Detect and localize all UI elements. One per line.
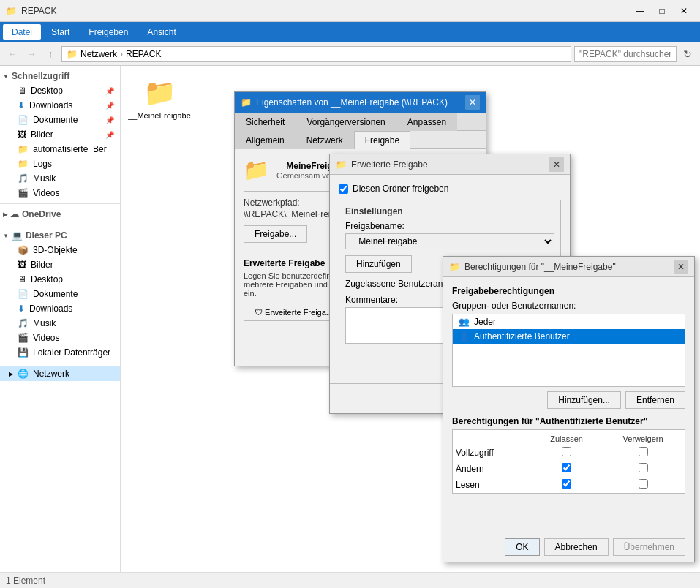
tab-vorgaenger[interactable]: Vorgängerversionen bbox=[296, 113, 396, 131]
share-folder-checkbox[interactable] bbox=[339, 184, 348, 194]
properties-dialog-icon: 📁 bbox=[241, 97, 252, 108]
advanced-share-close-button[interactable]: ✕ bbox=[549, 157, 564, 172]
sidebar-item-bilder-pc[interactable]: 🖼 Bilder bbox=[0, 257, 120, 272]
sidebar-item-dokumente[interactable]: 📄 Dokumente 📌 bbox=[0, 113, 120, 127]
permissions-cancel-button[interactable]: Abbrechen bbox=[544, 538, 609, 556]
ribbon-tab-freigeben[interactable]: Freigeben bbox=[80, 24, 137, 40]
minimize-button[interactable]: — bbox=[630, 4, 650, 18]
perm-label-vollzugriff: Vollzugriff bbox=[453, 445, 532, 461]
sidebar: ▼ Schnellzugriff 🖥 Desktop 📌 ⬇ Downloads… bbox=[0, 66, 121, 572]
sidebar-item-videos-qa[interactable]: 🎬 Videos bbox=[0, 186, 120, 200]
permissions-dialog-icon: 📁 bbox=[449, 262, 460, 272]
perm-table-container: Zulassen Verweigern Vollzugriff bbox=[452, 429, 685, 494]
properties-close-button[interactable]: ✕ bbox=[465, 95, 480, 110]
onedrive-header[interactable]: ▶ ☁ OneDrive bbox=[0, 207, 120, 222]
sidebar-item-network[interactable]: ▶ 🌐 Netzwerk bbox=[0, 366, 120, 381]
search-input[interactable] bbox=[574, 46, 677, 62]
permissions-content: Freigabeberechtigungen Gruppen- oder Ben… bbox=[443, 277, 694, 532]
close-button[interactable]: ✕ bbox=[674, 4, 694, 18]
properties-title-bar: 📁 Eigenschaften von __MeineFreigabe (\\R… bbox=[235, 92, 486, 113]
sidebar-item-downloads-pc[interactable]: ⬇ Downloads bbox=[0, 301, 120, 316]
maximize-button[interactable]: □ bbox=[652, 4, 672, 18]
permissions-dialog: 📁 Berechtigungen für "__MeineFreigabe" ✕… bbox=[443, 256, 695, 562]
ribbon-tab-datei[interactable]: Datei bbox=[3, 24, 41, 40]
sidebar-label-auto: automatisierte_Ber bbox=[33, 144, 107, 154]
perm-deny-lesen[interactable] bbox=[601, 477, 685, 493]
sidebar-item-videos-pc[interactable]: 🎬 Videos bbox=[0, 331, 120, 345]
perm-allow-lesen-checkbox[interactable] bbox=[562, 479, 571, 489]
perm-deny-vollzugriff-checkbox[interactable] bbox=[639, 447, 648, 456]
advanced-share-dialog-icon: 📁 bbox=[336, 159, 347, 170]
sidebar-item-bilder[interactable]: 🖼 Bilder 📌 bbox=[0, 127, 120, 142]
perm-deny-vollzugriff[interactable] bbox=[601, 445, 685, 461]
sharename-label: Freigabename: bbox=[345, 221, 554, 231]
up-button[interactable]: ↑ bbox=[42, 46, 59, 62]
groups-label: Gruppen- oder Benutzernamen: bbox=[452, 301, 685, 311]
sidebar-item-dokumente-pc[interactable]: 📄 Dokumente bbox=[0, 287, 120, 301]
address-path[interactable]: 📁 Netzwerk › REPACK bbox=[61, 46, 571, 62]
tab-allgemein[interactable]: Allgemein bbox=[235, 131, 296, 149]
ribbon-tab-start[interactable]: Start bbox=[42, 24, 78, 40]
perm-allow-aendern[interactable] bbox=[532, 461, 601, 477]
musik-icon: 🎵 bbox=[18, 173, 29, 184]
onedrive-icon: ☁ bbox=[10, 209, 19, 219]
sidebar-item-auto[interactable]: 📁 automatisierte_Ber bbox=[0, 142, 120, 157]
bilder-icon: 🖼 bbox=[18, 129, 26, 140]
folder-item-meinefreigabe[interactable]: 📁 __MeineFreigabe bbox=[127, 72, 192, 126]
sidebar-item-desktop[interactable]: 🖥 Desktop 📌 bbox=[0, 83, 120, 98]
ribbon-tab-ansicht[interactable]: Ansicht bbox=[138, 24, 184, 40]
perm-spacer bbox=[452, 494, 685, 523]
sidebar-item-hdd[interactable]: 💾 Lokaler Datenträger bbox=[0, 345, 120, 360]
title-bar-controls: — □ ✕ bbox=[630, 4, 694, 18]
dokumente-pc-icon: 📄 bbox=[18, 289, 29, 299]
advanced-add-button[interactable]: Hinzufügen bbox=[345, 255, 412, 273]
hdd-icon: 💾 bbox=[18, 347, 29, 358]
sidebar-label-musik: Musik bbox=[33, 173, 56, 184]
sidebar-item-3d[interactable]: 📦 3D-Objekte bbox=[0, 243, 120, 257]
perm-deny-aendern[interactable] bbox=[601, 461, 685, 477]
musik-pc-icon: 🎵 bbox=[18, 318, 29, 328]
perm-deny-aendern-checkbox[interactable] bbox=[639, 463, 648, 472]
refresh-button[interactable]: ↻ bbox=[680, 46, 696, 62]
pin-icon-dokumente: 📌 bbox=[105, 116, 114, 124]
perm-allow-vollzugriff[interactable] bbox=[532, 445, 601, 461]
thispc-header[interactable]: ▼ 💻 Dieser PC bbox=[0, 228, 120, 243]
permissions-apply-button[interactable]: Übernehmen bbox=[613, 538, 685, 556]
permissions-close-button[interactable]: ✕ bbox=[674, 260, 688, 274]
remove-group-button[interactable]: Entfernen bbox=[625, 391, 685, 409]
tab-anpassen[interactable]: Anpassen bbox=[396, 113, 457, 131]
perm-allow-vollzugriff-checkbox[interactable] bbox=[562, 447, 571, 456]
perm-allow-lesen[interactable] bbox=[532, 477, 601, 493]
sidebar-item-downloads[interactable]: ⬇ Downloads 📌 bbox=[0, 98, 120, 113]
tab-netzwerk[interactable]: Netzwerk bbox=[296, 131, 354, 149]
bilder-pc-icon: 🖼 bbox=[18, 260, 26, 270]
group-item-jeder[interactable]: 👥 Jeder bbox=[453, 314, 685, 329]
tab-sicherheit[interactable]: Sicherheit bbox=[235, 113, 296, 131]
videos-pc-icon: 🎬 bbox=[18, 333, 29, 343]
back-button[interactable]: ← bbox=[4, 46, 20, 62]
group-item-auth[interactable]: 👤 Authentifizierte Benutzer bbox=[453, 329, 685, 344]
thispc-section: ▼ 💻 Dieser PC 📦 3D-Objekte 🖼 Bilder 🖥 De… bbox=[0, 228, 120, 360]
perm-allow-aendern-checkbox[interactable] bbox=[562, 463, 571, 472]
sidebar-item-musik-pc[interactable]: 🎵 Musik bbox=[0, 316, 120, 331]
group-buttons-row: Hinzufügen... Entfernen bbox=[452, 391, 685, 409]
quick-access-header[interactable]: ▼ Schnellzugriff bbox=[0, 69, 120, 83]
sidebar-item-musik[interactable]: 🎵 Musik bbox=[0, 171, 120, 186]
sidebar-item-desktop-pc[interactable]: 🖥 Desktop bbox=[0, 272, 120, 287]
sidebar-label-dokumente: Dokumente bbox=[33, 115, 78, 125]
forward-button[interactable]: → bbox=[23, 46, 39, 62]
permissions-ok-button[interactable]: OK bbox=[505, 538, 539, 556]
tab-freigabe[interactable]: Freigabe bbox=[354, 131, 410, 149]
quick-access-section: ▼ Schnellzugriff 🖥 Desktop 📌 ⬇ Downloads… bbox=[0, 69, 120, 200]
sidebar-item-logs[interactable]: 📁 Logs bbox=[0, 157, 120, 171]
share-button[interactable]: Freigabe... bbox=[244, 225, 307, 243]
sidebar-divider-3 bbox=[0, 363, 120, 363]
path-repack: REPACK bbox=[126, 49, 161, 59]
add-group-button[interactable]: Hinzufügen... bbox=[547, 391, 621, 409]
permissions-footer: OK Abbrechen Übernehmen bbox=[443, 532, 694, 562]
sharename-select[interactable]: __MeineFreigabe bbox=[345, 233, 554, 249]
quick-access-label: Schnellzugriff bbox=[12, 71, 69, 81]
perm-deny-lesen-checkbox[interactable] bbox=[639, 479, 648, 489]
perm-label-aendern: Ändern bbox=[453, 461, 532, 477]
sidebar-label-logs: Logs bbox=[33, 159, 52, 169]
